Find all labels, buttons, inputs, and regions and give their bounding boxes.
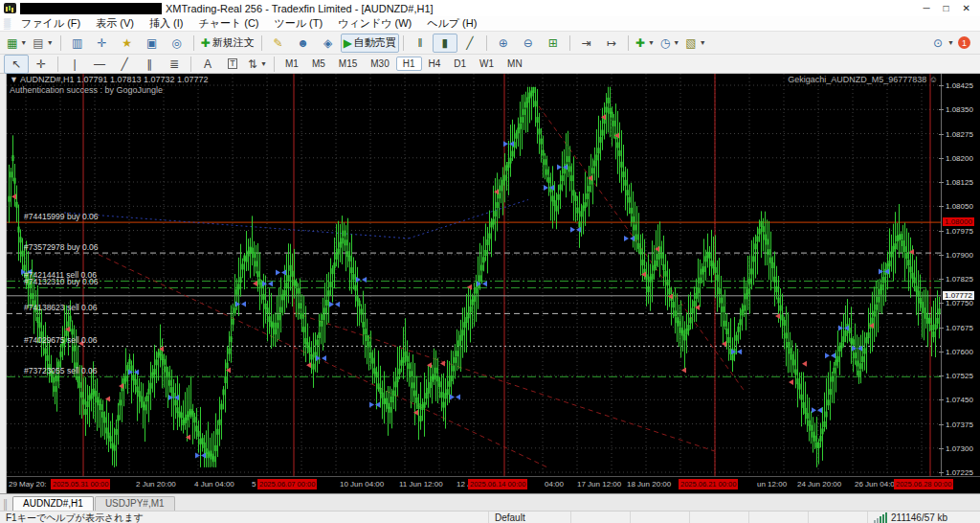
maximize-icon[interactable]: □ (944, 3, 949, 13)
metaeditor-button[interactable]: ✎ (266, 34, 291, 53)
time-tick: 24 Jun 20:00 (797, 480, 841, 489)
search-icon[interactable]: ⊙ (933, 36, 943, 50)
menu-item[interactable]: 表示 (V) (89, 15, 141, 32)
chart-tab-usdjpym1[interactable]: USDJPY#,M1 (95, 496, 175, 511)
text-label-button[interactable]: T (220, 55, 245, 74)
chart-candles-button[interactable]: ▮ (433, 34, 457, 53)
experts-button[interactable]: ☻ (291, 34, 316, 53)
toolbar-separator (57, 57, 58, 72)
trade-order-label: #74138623 sell 0.06 (24, 303, 98, 312)
status-cell (570, 512, 630, 523)
chart-line-button[interactable]: ╱ (457, 34, 482, 53)
chevron-down-icon: ▼ (260, 60, 267, 67)
data-window-icon: ✛ (98, 37, 107, 49)
price-tick: 1.07600 (946, 348, 973, 356)
chart-shift-button[interactable]: ↦ (599, 34, 624, 53)
new-chart-button[interactable]: ▦▼ (4, 34, 30, 53)
notification-badge[interactable]: 1 (958, 36, 970, 49)
templates-icon: ▧ (685, 37, 696, 49)
data-window-button[interactable]: ✛ (90, 34, 115, 53)
templates-button[interactable]: ▧▼ (682, 34, 708, 53)
channel-button[interactable]: ∥ (137, 55, 162, 74)
zoom-in-button[interactable]: ⊕ (491, 34, 516, 53)
redacted-account-name (20, 3, 162, 14)
trendline-button[interactable]: ╱ (112, 55, 137, 74)
chevron-down-icon: ▼ (47, 39, 54, 46)
market-watch-icon: ▥ (72, 37, 82, 49)
cursor-button[interactable]: ↖ (4, 55, 29, 74)
menu-item[interactable]: ツール (T) (268, 15, 330, 32)
navigator-icon: ★ (122, 37, 132, 49)
zoom-out-button[interactable]: ⊖ (516, 34, 541, 53)
timeframe-h1-button[interactable]: H1 (396, 57, 422, 71)
status-cell (748, 512, 808, 523)
menu-item[interactable]: ファイル (F) (14, 15, 87, 32)
timeframe-h4-button[interactable]: H4 (422, 57, 448, 71)
periods-button[interactable]: ◷▼ (657, 34, 682, 53)
tile-windows-button[interactable]: ⊞ (541, 34, 566, 53)
profiles-button[interactable]: ▤▼ (30, 34, 56, 53)
timeframe-w1-button[interactable]: W1 (473, 57, 501, 71)
signals-button[interactable]: ◈ (316, 34, 341, 53)
indicators-button[interactable]: ✚▼ (633, 34, 657, 53)
toolbar-separator (60, 35, 61, 51)
candlestick-chart[interactable] (7, 74, 942, 476)
autotrading-icon: ▶ (344, 37, 352, 49)
toolbar-separator (403, 35, 404, 51)
time-tick: 18 Jun 20:00 (627, 480, 671, 489)
time-axis[interactable]: 29 May 20:2025.05.31 00:002 Jun 20:004 J… (7, 476, 980, 494)
strategy-tester-button[interactable]: ◎ (165, 34, 189, 53)
menu-item[interactable]: ウィンドウ (W) (331, 15, 418, 32)
menu-item[interactable]: チャート (C) (191, 15, 265, 32)
chart-region[interactable]: ▼ AUDNZD#,H1 1.07791 1.07813 1.07732 1.0… (7, 74, 980, 493)
navigator-button[interactable]: ★ (115, 34, 140, 53)
timeframe-m1-button[interactable]: M1 (278, 57, 305, 71)
time-tick: 29 May 20: (9, 480, 47, 489)
ea-name-label: Gekigachi_AUDNZD_M5_96777838 ☺ (788, 75, 938, 84)
price-tick: 1.08425 (946, 81, 973, 90)
vertical-line-button[interactable]: | (62, 55, 87, 74)
timeframe-mn-button[interactable]: MN (501, 57, 529, 71)
price-tick: 1.07675 (946, 324, 973, 332)
tabbar-grip: ║ (2, 499, 9, 510)
timeframe-m5-button[interactable]: M5 (305, 57, 332, 71)
price-tick: 1.07300 (946, 444, 973, 453)
horizontal-line-button[interactable]: — (87, 55, 112, 74)
channel-icon: ∥ (146, 58, 152, 70)
status-cell (808, 512, 867, 523)
time-tick: 26 Jun 04:0 (855, 480, 895, 489)
fibonacci-button[interactable]: ≣ (162, 55, 187, 74)
menu-item[interactable]: 挿入 (I) (143, 15, 189, 32)
autotrading-label: 自動売買 (354, 37, 396, 48)
timeframe-d1-button[interactable]: D1 (447, 57, 473, 71)
crosshair-icon: ✛ (36, 58, 46, 70)
arrows-button[interactable]: ⇅▼ (245, 55, 270, 74)
chart-bars-button[interactable]: ‖ (408, 34, 433, 53)
timeframe-m30-button[interactable]: M30 (364, 57, 395, 71)
new-order-button[interactable]: ✚新規注文 (198, 34, 257, 53)
chart-shift-icon: ↦ (607, 37, 616, 49)
text-button[interactable]: A (195, 55, 220, 74)
minimize-icon[interactable]: ─ (923, 3, 929, 13)
status-profile[interactable]: Default (488, 512, 570, 523)
close-icon[interactable]: ✕ (963, 3, 970, 13)
toolbar-grip: ▒ (4, 18, 11, 29)
terminal-icon: ▣ (146, 37, 157, 49)
market-watch-button[interactable]: ▥ (65, 34, 90, 53)
chevron-down-icon: ▼ (947, 39, 954, 46)
trade-order-label: #74029675 sell 0.06 (24, 335, 98, 345)
menu-item[interactable]: ヘルプ (H) (420, 15, 483, 32)
terminal-button[interactable]: ▣ (140, 34, 165, 53)
time-tick: 10 Jun 04:00 (340, 480, 384, 489)
chart-tab-audnzdh1[interactable]: AUDNZD#,H1 (12, 496, 94, 511)
toolbar-separator (628, 35, 629, 51)
autotrading-button[interactable]: ▶自動売買 (341, 34, 399, 53)
auto-scroll-button[interactable]: ⇥ (574, 34, 599, 53)
trade-order-label: #73723055 sell 0.06 (24, 366, 98, 375)
crosshair-button[interactable]: ✛ (29, 55, 54, 74)
timeframe-m15-button[interactable]: M15 (332, 57, 364, 71)
price-tick: 1.08275 (946, 130, 973, 139)
time-tick: 17 Jun 12:00 (577, 480, 621, 489)
new-order-label: 新規注文 (212, 37, 255, 48)
price-axis[interactable]: 1.084251.083501.082751.082001.081251.080… (941, 74, 980, 476)
